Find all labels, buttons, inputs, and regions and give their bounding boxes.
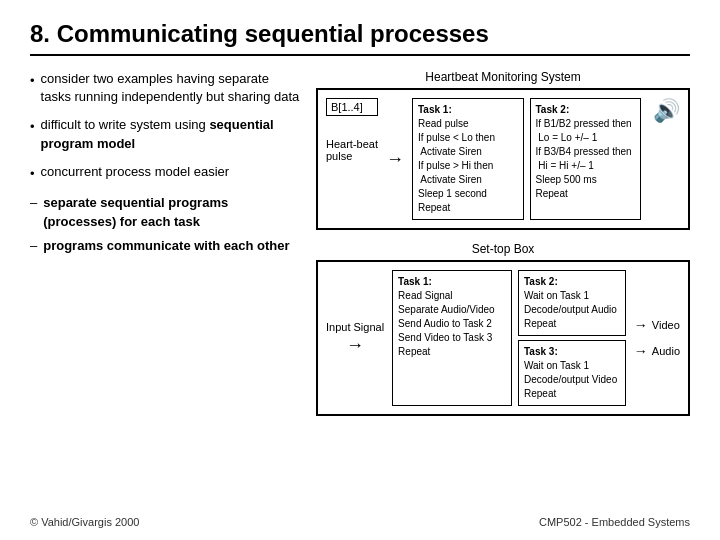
hb-task1-box: Task 1: Read pulseIf pulse < Lo then Act… — [412, 98, 524, 220]
heartbeat-label: Heartbeat Monitoring System — [316, 70, 690, 84]
sub-bullet-2: – programs communicate with each other — [30, 236, 300, 256]
right-column: Heartbeat Monitoring System B[1..4] Hear… — [316, 70, 690, 416]
stb-input-label: Input Signal — [326, 321, 384, 333]
stb-task3-title: Task 3: — [524, 346, 558, 357]
sub-bullet-text-2: programs communicate with each other — [43, 236, 289, 256]
stb-arrow: → — [346, 335, 364, 356]
pulse-label: Heart-beatpulse — [326, 138, 378, 162]
heartbeat-box: B[1..4] Heart-beatpulse → Task 1: Read p… — [316, 88, 690, 230]
stb-video-label: Video — [652, 319, 680, 331]
stb-input-area: Input Signal → — [326, 321, 384, 356]
bullet-dot-2: • — [30, 118, 35, 152]
dash-1: – — [30, 193, 37, 232]
stb-task3-box: Task 3: Wait on Task 1Decode/output Vide… — [518, 340, 626, 406]
settopbox-section: Set-top Box Input Signal → Task 1: Read … — [316, 242, 690, 416]
page-title: 8. Communicating sequential processes — [30, 20, 690, 56]
bullet-text-2: difficult to write system using sequenti… — [41, 116, 300, 152]
bullet-dot-3: • — [30, 165, 35, 183]
stb-task2-title: Task 2: — [524, 276, 558, 287]
hb-task2-box: Task 2: If B1/B2 pressed then Lo = Lo +/… — [530, 98, 642, 220]
sub-bullet-text-1: separate sequential programs (processes)… — [43, 193, 300, 232]
stb-audio-arrow: → — [634, 343, 648, 359]
list-item-2: • difficult to write system using sequen… — [30, 116, 300, 152]
sub-bullets: – separate sequential programs (processe… — [30, 193, 300, 256]
stb-task1-title: Task 1: — [398, 276, 432, 287]
stb-task1-body: Read SignalSeparate Audio/VideoSend Audi… — [398, 290, 495, 357]
stb-audio-item: → Audio — [634, 343, 680, 359]
bullet-list: • consider two examples having separate … — [30, 70, 300, 183]
footer-left: © Vahid/Givargis 2000 — [30, 516, 139, 528]
hb-task1-body: Read pulseIf pulse < Lo then Activate Si… — [418, 118, 495, 213]
stb-task3-body: Wait on Task 1Decode/output VideoRepeat — [524, 360, 617, 399]
content-area: • consider two examples having separate … — [30, 70, 690, 416]
footer-right: CMP502 - Embedded Systems — [539, 516, 690, 528]
slide: 8. Communicating sequential processes • … — [0, 0, 720, 540]
settopbox-box: Input Signal → Task 1: Read SignalSepara… — [316, 260, 690, 416]
left-column: • consider two examples having separate … — [30, 70, 300, 416]
stb-video-arrow: → — [634, 317, 648, 333]
hb-task1-title: Task 1: — [418, 104, 452, 115]
hb-arrow: → — [386, 149, 404, 170]
bullet-text-3: concurrent process model easier — [41, 163, 230, 183]
stb-tasks: Task 1: Read SignalSeparate Audio/VideoS… — [392, 270, 626, 406]
stb-task1-box: Task 1: Read SignalSeparate Audio/VideoS… — [392, 270, 512, 406]
heartbeat-inputs: B[1..4] Heart-beatpulse — [326, 98, 378, 162]
stb-video-item: → Video — [634, 317, 680, 333]
bullet-dot-1: • — [30, 72, 35, 106]
hb-task2-title: Task 2: — [536, 104, 570, 115]
heartbeat-section: Heartbeat Monitoring System B[1..4] Hear… — [316, 70, 690, 230]
hb-task2-body: If B1/B2 pressed then Lo = Lo +/– 1If B3… — [536, 118, 632, 199]
list-item-3: • concurrent process model easier — [30, 163, 300, 183]
settopbox-label: Set-top Box — [316, 242, 690, 256]
stb-right-labels: → Video → Audio — [634, 317, 680, 359]
heartbeat-tasks: Task 1: Read pulseIf pulse < Lo then Act… — [412, 98, 641, 220]
stb-task2-body: Wait on Task 1Decode/output AudioRepeat — [524, 290, 617, 329]
sub-bullet-1: – separate sequential programs (processe… — [30, 193, 300, 232]
bullet-text-1: consider two examples having separate ta… — [41, 70, 300, 106]
stb-task2-box: Task 2: Wait on Task 1Decode/output Audi… — [518, 270, 626, 336]
dash-2: – — [30, 236, 37, 256]
list-item-1: • consider two examples having separate … — [30, 70, 300, 106]
b-label: B[1..4] — [326, 98, 378, 116]
speaker-icon: 🔊 — [653, 98, 680, 124]
footer: © Vahid/Givargis 2000 CMP502 - Embedded … — [30, 516, 690, 528]
stb-audio-label: Audio — [652, 345, 680, 357]
